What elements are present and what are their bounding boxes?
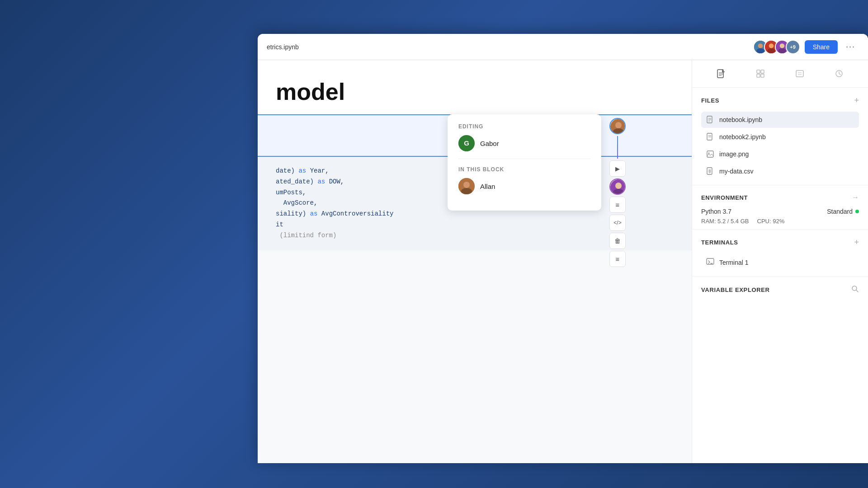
- svg-point-2: [756, 48, 764, 53]
- svg-line-49: [856, 290, 858, 292]
- editing-label: EDITING: [458, 123, 590, 130]
- tab-history[interactable]: [831, 66, 847, 82]
- tab-list[interactable]: [792, 66, 808, 82]
- file-name-notebook: notebook.ipynb: [719, 116, 762, 123]
- file-item-notebook2[interactable]: notebook2.ipynb: [701, 129, 859, 145]
- svg-text:G: G: [464, 139, 469, 147]
- toolbar-gabor-avatar: [609, 118, 626, 134]
- image-file-icon: [706, 150, 715, 159]
- file-item-image[interactable]: image.png: [701, 146, 859, 162]
- files-title: FILES: [701, 97, 719, 104]
- tab-files[interactable]: [713, 66, 729, 82]
- main-window: etrics.ipynb: [258, 34, 868, 463]
- svg-rect-27: [761, 74, 764, 77]
- var-explorer-title: VARIABLE EXPLORER: [701, 286, 770, 293]
- notebook-heading: model: [258, 60, 692, 114]
- notebook-title: etrics.ipynb: [267, 43, 299, 51]
- notebook2-file-icon: [706, 132, 715, 141]
- env-row: Python 3.7 Standard: [701, 208, 859, 215]
- svg-rect-28: [796, 70, 803, 77]
- run-button[interactable]: ▶: [609, 160, 626, 177]
- svg-point-7: [779, 43, 784, 48]
- collaborators-avatars: +9: [753, 40, 800, 54]
- svg-point-5: [767, 48, 775, 53]
- svg-rect-39: [707, 151, 713, 157]
- cell-container: EDITING G Gabor IN THIS BLOCK: [258, 114, 692, 250]
- panel-tabs: [692, 60, 868, 88]
- code-block-button[interactable]: </>: [609, 215, 626, 231]
- file-item-csv[interactable]: my-data.csv: [701, 163, 859, 179]
- variable-explorer-section: VARIABLE EXPLORER: [692, 277, 868, 300]
- svg-rect-26: [757, 74, 760, 77]
- header-right: +9 Share ···: [753, 40, 859, 54]
- environment-title: ENVIRONMENT: [701, 194, 748, 201]
- ram-stat: RAM: 5.2 / 5.4 GB: [701, 218, 749, 225]
- popup-divider: [458, 159, 590, 159]
- environment-header: ENVIRONMENT →: [701, 193, 859, 202]
- notebook-heading-text: model: [276, 78, 674, 105]
- terminals-add-button[interactable]: +: [854, 238, 859, 247]
- python-version: Python 3.7: [701, 208, 731, 215]
- files-section: FILES + notebook.ipynb: [692, 88, 868, 185]
- in-this-block-label: IN THIS BLOCK: [458, 166, 590, 173]
- delete-button[interactable]: 🗑: [609, 233, 626, 249]
- var-header: VARIABLE EXPLORER: [701, 285, 859, 295]
- cell-toolbar: ▶ ≡ </> 🗑 ≡: [606, 114, 629, 271]
- var-search-icon[interactable]: [851, 285, 859, 295]
- gabor-user: G Gabor: [458, 135, 590, 151]
- svg-point-1: [758, 43, 763, 48]
- header: etrics.ipynb: [258, 34, 868, 60]
- gabor-name: Gabor: [480, 140, 499, 147]
- text-block-button[interactable]: ≡: [609, 197, 626, 213]
- svg-point-4: [769, 43, 774, 48]
- environment-section: ENVIRONMENT → Python 3.7 Standard RAM: 5…: [692, 185, 868, 230]
- editing-popup: EDITING G Gabor IN THIS BLOCK: [448, 114, 601, 211]
- allan-avatar: [458, 178, 475, 194]
- terminals-title: TERMINALS: [701, 239, 738, 246]
- file-name-csv: my-data.csv: [719, 168, 753, 175]
- svg-point-18: [615, 183, 622, 189]
- terminals-header: TERMINALS +: [701, 238, 859, 247]
- standard-badge: Standard: [827, 208, 859, 215]
- files-add-button[interactable]: +: [854, 96, 859, 105]
- allan-user: Allan: [458, 178, 590, 194]
- avatar-plus: +9: [786, 40, 800, 54]
- svg-point-12: [463, 182, 470, 188]
- body: model EDITING G: [258, 60, 868, 463]
- standard-label: Standard: [827, 208, 853, 215]
- terminal-1-name: Terminal 1: [719, 259, 749, 266]
- svg-point-40: [708, 153, 710, 154]
- toolbar-allan-avatar: [609, 178, 626, 195]
- terminals-section: TERMINALS + Terminal 1: [692, 230, 868, 277]
- notebook-area: model EDITING G: [258, 60, 692, 463]
- right-panel: FILES + notebook.ipynb: [692, 60, 868, 463]
- tab-grid[interactable]: [752, 66, 769, 82]
- gabor-avatar: G: [458, 135, 475, 151]
- svg-point-15: [615, 122, 622, 128]
- share-button[interactable]: Share: [805, 40, 838, 54]
- more-button[interactable]: ···: [842, 40, 859, 53]
- toolbar-connector-line: [617, 136, 618, 159]
- file-name-image: image.png: [719, 150, 749, 158]
- terminal-icon: [706, 257, 715, 268]
- file-name-notebook2: notebook2.ipynb: [719, 133, 766, 141]
- menu-button[interactable]: ≡: [609, 251, 626, 267]
- file-item-notebook[interactable]: notebook.ipynb: [701, 112, 859, 128]
- cpu-stat: CPU: 92%: [757, 218, 785, 225]
- svg-rect-25: [761, 70, 764, 73]
- svg-rect-24: [757, 70, 760, 73]
- terminal-1-item[interactable]: Terminal 1: [701, 253, 859, 272]
- files-section-header: FILES +: [701, 96, 859, 105]
- environment-arrow[interactable]: →: [852, 193, 859, 202]
- allan-name: Allan: [480, 183, 495, 190]
- status-indicator: [855, 210, 859, 213]
- notebook-file-icon: [706, 115, 715, 124]
- svg-point-8: [778, 48, 786, 53]
- env-stats: RAM: 5.2 / 5.4 GB CPU: 92%: [701, 218, 859, 225]
- csv-file-icon: [706, 167, 715, 176]
